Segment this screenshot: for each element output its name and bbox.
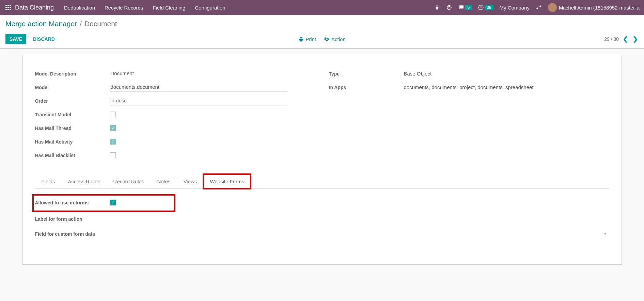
checkbox-mail-activity[interactable] [110, 139, 116, 145]
svg-rect-6 [5, 9, 7, 10]
label-custom-form-field: Field for custom form data [35, 229, 110, 237]
breadcrumb-current: Document [84, 20, 117, 28]
messages-badge: 5 [465, 5, 472, 10]
label-mail-blacklist: Has Mail Blacklist [35, 150, 110, 158]
top-right: 5 36 My Company Mitchell Admin (18158952… [434, 3, 641, 12]
action-label: Action [331, 36, 346, 42]
checkbox-allowed-forms[interactable] [110, 200, 116, 205]
discard-button[interactable]: DISCARD [29, 34, 59, 44]
form-col-left: Model Description Model Order [35, 69, 315, 164]
checkbox-mail-blacklist[interactable] [110, 152, 116, 158]
messages-icon[interactable]: 5 [458, 4, 472, 11]
debug-icon[interactable] [434, 4, 440, 11]
label-mail-thread: Has Mail Thread [35, 123, 110, 131]
value-in-apps: documents, documents_project, documents_… [404, 82, 609, 90]
label-allowed-forms: Allowed to use in forms [35, 198, 110, 206]
tab-notes[interactable]: Notes [151, 174, 177, 189]
pager-text: 29 / 80 [604, 36, 619, 42]
tab-website-forms[interactable]: Website Forms [203, 174, 251, 189]
tab-views[interactable]: Views [177, 174, 204, 189]
label-type: Type [329, 69, 404, 77]
checkbox-mail-thread[interactable] [110, 125, 116, 131]
tab-fields[interactable]: Fields [35, 174, 62, 189]
svg-rect-3 [5, 7, 7, 8]
svg-rect-2 [10, 5, 11, 6]
print-action[interactable]: Print [298, 36, 316, 42]
tab-record-rules[interactable]: Record Rules [107, 174, 151, 189]
nav-configuration[interactable]: Configuration [195, 5, 225, 11]
svg-rect-5 [10, 7, 11, 8]
gear-icon [324, 37, 329, 42]
tab-content-website-forms: Allowed to use in forms Label for form a… [35, 189, 609, 240]
svg-rect-7 [7, 9, 9, 10]
pager-next[interactable]: ❯ [632, 35, 639, 43]
tab-access-rights[interactable]: Access Rights [62, 174, 107, 189]
sheet-area: Model Description Model Order [0, 49, 644, 265]
checkbox-transient[interactable] [110, 112, 116, 117]
label-mail-activity: Has Mail Activity [35, 137, 110, 145]
form-sheet: Model Description Model Order [22, 55, 622, 265]
support-icon[interactable] [446, 4, 452, 11]
print-label: Print [305, 36, 316, 42]
svg-rect-1 [7, 5, 9, 6]
action-row: SAVE DISCARD Print Action 29 / 80 ❮ ❯ [5, 34, 639, 44]
highlight-allowed-in-forms: Allowed to use in forms [32, 194, 175, 212]
pager: 29 / 80 ❮ ❯ [604, 35, 639, 43]
center-actions: Print Action [298, 36, 346, 42]
svg-rect-8 [10, 9, 11, 10]
input-label-form-action[interactable] [110, 214, 609, 224]
form-upper: Model Description Model Order [35, 69, 609, 164]
label-in-apps: In Apps [329, 82, 404, 90]
breadcrumb: Merge action Manager / Document [5, 20, 639, 28]
svg-rect-0 [5, 5, 7, 6]
svg-point-9 [447, 5, 451, 10]
label-form-action: Label for form action [35, 214, 110, 222]
user-name: Mitchell Admin (18158952-master-al [559, 5, 641, 11]
control-panel: Merge action Manager / Document SAVE DIS… [0, 15, 644, 49]
breadcrumb-separator: / [80, 20, 82, 28]
avatar [548, 3, 557, 12]
select-custom-form-field[interactable] [110, 229, 609, 239]
tools-icon[interactable] [536, 4, 542, 11]
save-button[interactable]: SAVE [5, 34, 26, 44]
activities-icon[interactable]: 36 [478, 4, 493, 11]
label-order: Order [35, 96, 110, 104]
activities-badge: 36 [485, 5, 493, 10]
company-selector[interactable]: My Company [500, 5, 530, 11]
input-order[interactable] [110, 96, 287, 105]
action-dropdown[interactable]: Action [324, 36, 346, 42]
nav-recycle-records[interactable]: Recycle Records [105, 5, 143, 11]
nav-field-cleaning[interactable]: Field Cleaning [153, 5, 185, 11]
value-type: Base Object [404, 69, 609, 77]
label-transient: Transient Model [35, 110, 110, 118]
pager-prev[interactable]: ❮ [622, 35, 629, 43]
nav-items: Deduplication Recycle Records Field Clea… [64, 5, 225, 11]
label-model-description: Model Description [35, 69, 110, 77]
top-nav: Data Cleaning Deduplication Recycle Reco… [0, 0, 644, 15]
apps-icon[interactable] [3, 3, 13, 12]
form-col-right: Type Base Object In Apps documents, docu… [329, 69, 609, 164]
nav-deduplication[interactable]: Deduplication [64, 5, 95, 11]
user-menu[interactable]: Mitchell Admin (18158952-master-al [548, 3, 641, 12]
notebook-tabs: Fields Access Rights Record Rules Notes … [35, 174, 609, 189]
input-model[interactable] [110, 82, 287, 92]
svg-rect-4 [7, 7, 9, 8]
breadcrumb-parent[interactable]: Merge action Manager [5, 20, 77, 28]
print-icon [298, 37, 303, 42]
label-model: Model [35, 82, 110, 90]
app-brand[interactable]: Data Cleaning [15, 4, 54, 11]
input-model-description[interactable] [110, 69, 287, 78]
